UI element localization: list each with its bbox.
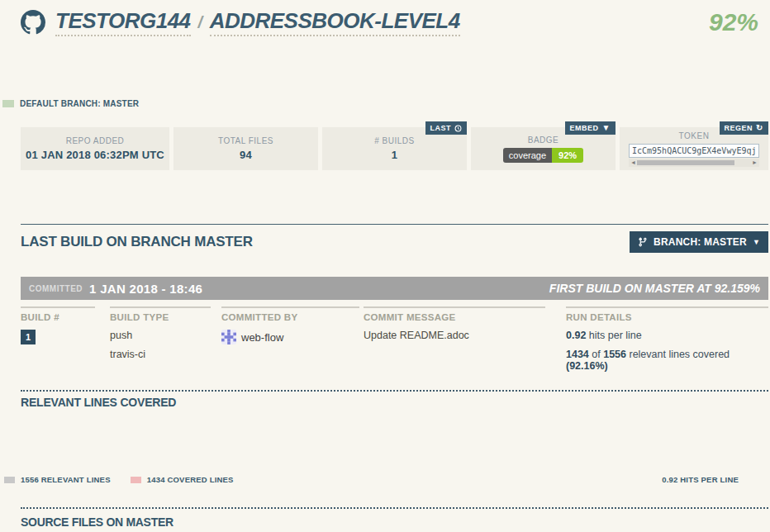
section-divider: [21, 224, 768, 225]
stat-label: TOTAL FILES: [218, 136, 273, 145]
covered-count: 1434: [566, 349, 589, 360]
last-build-button[interactable]: LAST: [425, 121, 468, 135]
column-header: COMMIT MESSAGE: [364, 312, 545, 322]
legend-label: 1434 COVERED LINES: [147, 475, 234, 484]
last-button-label: LAST: [430, 124, 452, 132]
relevant-lines-swatch: [4, 477, 15, 483]
build-type-item: push: [110, 330, 211, 341]
default-branch-label: DEFAULT BRANCH: MASTER: [20, 99, 139, 108]
column-build-type: BUILD TYPE push travis-ci: [110, 306, 211, 372]
legend-covered-lines: 1434 COVERED LINES: [131, 475, 234, 484]
hits-value: 0.92: [566, 330, 586, 341]
regen-token-button[interactable]: REGEN ↻: [720, 121, 768, 135]
column-header: BUILD TYPE: [110, 312, 211, 322]
column-header: BUILD #: [21, 312, 95, 322]
git-branch-icon: [638, 237, 648, 247]
column-header: RUN DETAILS: [566, 312, 768, 322]
legend-label: 1556 RELEVANT LINES: [21, 475, 111, 484]
coverage-percent: 92%: [709, 8, 762, 36]
covered-lines-swatch: [131, 477, 141, 483]
stat-repo-added: REPO ADDED 01 JAN 2018 06:32PM UTC: [21, 127, 169, 170]
regen-button-label: REGEN: [725, 124, 753, 132]
branch-selector-button[interactable]: BRANCH: MASTER ▼: [630, 231, 768, 253]
commit-summary-bar: COMMITTED 1 JAN 2018 - 18:46 FIRST BUILD…: [21, 277, 768, 300]
stat-value: 01 JAN 2018 06:32PM UTC: [26, 149, 164, 161]
build-details-columns: BUILD # 1 BUILD TYPE push travis-ci COMM…: [21, 306, 768, 372]
stat-label: TOKEN: [679, 131, 710, 140]
badge-value: 92%: [552, 148, 583, 163]
build-number-badge[interactable]: 1: [21, 330, 36, 344]
coverage-badge: coverage 92%: [503, 148, 583, 163]
relevant-count: 1556: [603, 349, 626, 360]
refresh-icon: ↻: [756, 125, 763, 131]
column-header: COMMITTED BY: [221, 312, 359, 322]
chart-legend: 1556 RELEVANT LINES 1434 COVERED LINES 0…: [4, 475, 739, 484]
stat-badge: EMBED ▼ BADGE coverage 92%: [471, 127, 616, 170]
repo-link[interactable]: ADDRESSBOOK-LEVEL4: [210, 8, 460, 36]
stat-token: REGEN ↻ TOKEN ◄ ►: [620, 127, 768, 170]
column-committed-by: COMMITTED BY web-flow: [221, 306, 359, 372]
stat-label: BADGE: [528, 135, 559, 145]
org-link[interactable]: TESTORG144: [55, 8, 191, 36]
token-scrollbar[interactable]: ◄ ►: [629, 159, 759, 167]
committer-name[interactable]: web-flow: [241, 331, 283, 344]
token-input[interactable]: [629, 144, 759, 158]
embed-button[interactable]: EMBED ▼: [565, 121, 616, 135]
source-files-heading: SOURCE FILES ON MASTER: [21, 515, 770, 529]
relevant-lines-heading: RELEVANT LINES COVERED: [21, 396, 770, 409]
chevron-down-icon: ▼: [602, 125, 611, 131]
committed-label: COMMITTED: [29, 284, 83, 293]
column-run-details: RUN DETAILS 0.92 hits per line 1434 of 1…: [566, 306, 768, 372]
legend-relevant-lines: 1556 RELEVANT LINES: [4, 475, 111, 484]
scroll-left-icon[interactable]: ◄: [630, 159, 636, 167]
page-header: TESTORG144 / ADDRESSBOOK-LEVEL4 92%: [0, 0, 770, 36]
stats-row: REPO ADDED 01 JAN 2018 06:32PM UTC TOTAL…: [21, 121, 768, 170]
coverage-chart-area: [0, 409, 770, 475]
breadcrumb-separator: /: [198, 13, 202, 32]
column-build-number: BUILD # 1: [21, 306, 95, 372]
committer: web-flow: [221, 330, 359, 344]
default-branch-swatch: [2, 100, 14, 107]
covered-text: relevant lines covered: [626, 349, 730, 360]
badge-key: coverage: [503, 148, 552, 163]
committed-date: 1 JAN 2018 - 18:46: [89, 282, 202, 296]
commit-message: Update README.adoc: [364, 330, 545, 341]
hits-per-line: 0.92 hits per line: [566, 330, 768, 341]
embed-button-label: EMBED: [570, 124, 599, 132]
scrollbar-thumb[interactable]: [637, 160, 734, 165]
lines-covered: 1434 of 1556 relevant lines covered (92.…: [566, 349, 768, 372]
dotted-divider: [21, 390, 768, 392]
stat-total-files: TOTAL FILES 94: [173, 127, 318, 170]
last-build-header-row: LAST BUILD ON BRANCH MASTER BRANCH: MAST…: [21, 231, 768, 253]
chevron-down-icon: ▼: [753, 238, 760, 246]
stat-label: # BUILDS: [374, 136, 414, 145]
last-build-heading: LAST BUILD ON BRANCH MASTER: [21, 234, 253, 250]
default-branch-legend: DEFAULT BRANCH: MASTER: [2, 99, 770, 108]
covered-percent: (92.16%): [566, 360, 608, 372]
stat-builds: LAST # BUILDS 1: [322, 127, 467, 170]
of-text: of: [589, 349, 603, 360]
stat-value: 1: [392, 149, 397, 161]
breadcrumb: TESTORG144 / ADDRESSBOOK-LEVEL4: [55, 8, 460, 36]
build-type-item: travis-ci: [110, 349, 211, 360]
branch-button-label: BRANCH: MASTER: [654, 236, 747, 248]
hits-per-line-label: 0.92 HITS PER LINE: [662, 475, 739, 484]
first-build-note: FIRST BUILD ON MASTER AT 92.159%: [549, 282, 760, 295]
github-icon: [21, 10, 45, 35]
stat-value: 94: [240, 149, 252, 161]
hits-text: hits per line: [586, 330, 641, 341]
dotted-divider: [21, 507, 768, 509]
scroll-right-icon[interactable]: ►: [752, 159, 758, 167]
stat-label: REPO ADDED: [66, 136, 125, 145]
column-commit-message: COMMIT MESSAGE Update README.adoc: [364, 306, 545, 372]
avatar: [221, 330, 236, 344]
clock-icon: [454, 125, 462, 132]
